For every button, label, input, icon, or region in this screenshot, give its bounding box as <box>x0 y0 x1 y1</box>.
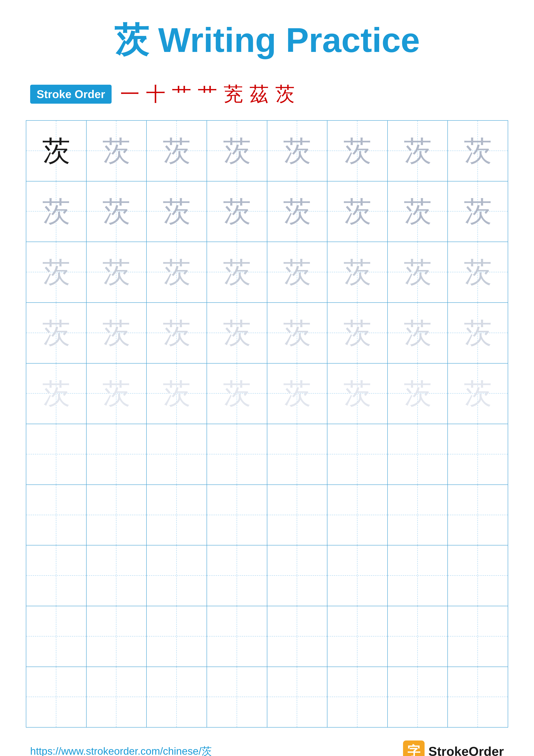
cell-10-8[interactable] <box>448 667 508 727</box>
char-display: 茨 <box>283 258 311 286</box>
char-display: 茨 <box>42 198 70 226</box>
cell-3-5[interactable]: 茨 <box>267 242 328 302</box>
cell-6-5[interactable] <box>267 424 328 484</box>
cell-6-6[interactable] <box>327 424 388 484</box>
char-display: 茨 <box>343 198 371 226</box>
cell-4-1[interactable]: 茨 <box>26 303 87 363</box>
cell-5-8[interactable]: 茨 <box>448 364 508 424</box>
cell-2-8[interactable]: 茨 <box>448 181 508 242</box>
cell-5-3[interactable]: 茨 <box>147 364 207 424</box>
cell-9-7[interactable] <box>388 606 448 666</box>
page-title: 茨 Writing Practice <box>26 17 508 64</box>
cell-1-7[interactable]: 茨 <box>388 121 448 181</box>
cell-4-4[interactable]: 茨 <box>207 303 267 363</box>
cell-1-2[interactable]: 茨 <box>87 121 147 181</box>
cell-10-2[interactable] <box>87 667 147 727</box>
grid-row-9 <box>26 606 508 667</box>
cell-8-4[interactable] <box>207 546 267 606</box>
cell-6-7[interactable] <box>388 424 448 484</box>
cell-5-1[interactable]: 茨 <box>26 364 87 424</box>
cell-10-7[interactable] <box>388 667 448 727</box>
cell-6-4[interactable] <box>207 424 267 484</box>
cell-5-5[interactable]: 茨 <box>267 364 328 424</box>
cell-8-8[interactable] <box>448 546 508 606</box>
cell-3-1[interactable]: 茨 <box>26 242 87 302</box>
char-display: 茨 <box>223 319 251 347</box>
cell-7-8[interactable] <box>448 485 508 545</box>
cell-7-3[interactable] <box>147 485 207 545</box>
cell-2-2[interactable]: 茨 <box>87 181 147 242</box>
cell-10-3[interactable] <box>147 667 207 727</box>
cell-1-5[interactable]: 茨 <box>267 121 328 181</box>
cell-1-8[interactable]: 茨 <box>448 121 508 181</box>
cell-10-1[interactable] <box>26 667 87 727</box>
char-display: 茨 <box>42 137 70 165</box>
cell-3-2[interactable]: 茨 <box>87 242 147 302</box>
cell-2-3[interactable]: 茨 <box>147 181 207 242</box>
footer-brand: 字 StrokeOrder <box>403 741 504 756</box>
cell-9-1[interactable] <box>26 606 87 666</box>
char-display: 茨 <box>464 258 492 286</box>
cell-9-4[interactable] <box>207 606 267 666</box>
cell-7-7[interactable] <box>388 485 448 545</box>
char-display: 茨 <box>163 137 191 165</box>
cell-2-7[interactable]: 茨 <box>388 181 448 242</box>
cell-1-6[interactable]: 茨 <box>327 121 388 181</box>
cell-5-6[interactable]: 茨 <box>327 364 388 424</box>
cell-8-7[interactable] <box>388 546 448 606</box>
cell-8-5[interactable] <box>267 546 328 606</box>
cell-8-2[interactable] <box>87 546 147 606</box>
cell-5-7[interactable]: 茨 <box>388 364 448 424</box>
cell-7-4[interactable] <box>207 485 267 545</box>
cell-6-2[interactable] <box>87 424 147 484</box>
cell-8-3[interactable] <box>147 546 207 606</box>
cell-6-3[interactable] <box>147 424 207 484</box>
char-display: 茨 <box>464 198 492 226</box>
cell-4-8[interactable]: 茨 <box>448 303 508 363</box>
cell-1-4[interactable]: 茨 <box>207 121 267 181</box>
cell-2-1[interactable]: 茨 <box>26 181 87 242</box>
char-display: 茨 <box>283 319 311 347</box>
cell-9-3[interactable] <box>147 606 207 666</box>
cell-3-6[interactable]: 茨 <box>327 242 388 302</box>
cell-7-2[interactable] <box>87 485 147 545</box>
cell-3-7[interactable]: 茨 <box>388 242 448 302</box>
cell-4-3[interactable]: 茨 <box>147 303 207 363</box>
cell-6-8[interactable] <box>448 424 508 484</box>
stroke-3: 艹 <box>172 81 191 107</box>
cell-10-5[interactable] <box>267 667 328 727</box>
cell-5-4[interactable]: 茨 <box>207 364 267 424</box>
char-display: 茨 <box>223 198 251 226</box>
cell-9-2[interactable] <box>87 606 147 666</box>
cell-5-2[interactable]: 茨 <box>87 364 147 424</box>
cell-2-5[interactable]: 茨 <box>267 181 328 242</box>
cell-10-6[interactable] <box>327 667 388 727</box>
char-display: 茨 <box>163 319 191 347</box>
cell-2-6[interactable]: 茨 <box>327 181 388 242</box>
cell-9-8[interactable] <box>448 606 508 666</box>
cell-7-1[interactable] <box>26 485 87 545</box>
char-display: 茨 <box>464 319 492 347</box>
cell-9-6[interactable] <box>327 606 388 666</box>
cell-2-4[interactable]: 茨 <box>207 181 267 242</box>
cell-4-5[interactable]: 茨 <box>267 303 328 363</box>
cell-3-3[interactable]: 茨 <box>147 242 207 302</box>
cell-4-6[interactable]: 茨 <box>327 303 388 363</box>
cell-7-6[interactable] <box>327 485 388 545</box>
cell-9-5[interactable] <box>267 606 328 666</box>
cell-10-4[interactable] <box>207 667 267 727</box>
char-display: 茨 <box>343 137 371 165</box>
cell-6-1[interactable] <box>26 424 87 484</box>
cell-8-1[interactable] <box>26 546 87 606</box>
grid-row-2: 茨 茨 茨 茨 茨 茨 茨 茨 <box>26 181 508 242</box>
cell-7-5[interactable] <box>267 485 328 545</box>
cell-4-7[interactable]: 茨 <box>388 303 448 363</box>
cell-1-1[interactable]: 茨 <box>26 121 87 181</box>
cell-4-2[interactable]: 茨 <box>87 303 147 363</box>
char-display: 茨 <box>163 198 191 226</box>
cell-1-3[interactable]: 茨 <box>147 121 207 181</box>
grid-row-8 <box>26 546 508 606</box>
cell-3-8[interactable]: 茨 <box>448 242 508 302</box>
cell-3-4[interactable]: 茨 <box>207 242 267 302</box>
cell-8-6[interactable] <box>327 546 388 606</box>
